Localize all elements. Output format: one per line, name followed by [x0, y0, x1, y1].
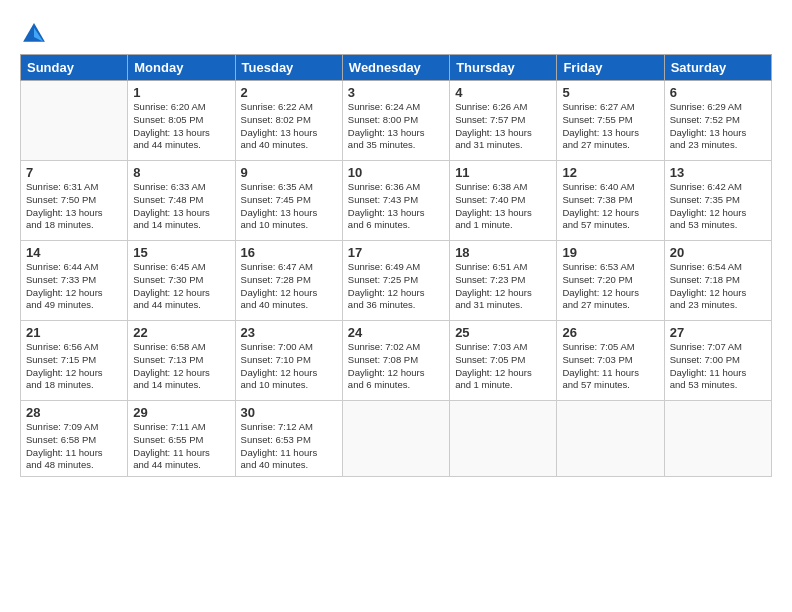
calendar-cell	[450, 401, 557, 477]
calendar-cell: 4Sunrise: 6:26 AM Sunset: 7:57 PM Daylig…	[450, 81, 557, 161]
calendar-cell: 17Sunrise: 6:49 AM Sunset: 7:25 PM Dayli…	[342, 241, 449, 321]
day-info: Sunrise: 6:24 AM Sunset: 8:00 PM Dayligh…	[348, 101, 444, 152]
calendar-cell: 10Sunrise: 6:36 AM Sunset: 7:43 PM Dayli…	[342, 161, 449, 241]
day-info: Sunrise: 6:35 AM Sunset: 7:45 PM Dayligh…	[241, 181, 337, 232]
day-info: Sunrise: 6:22 AM Sunset: 8:02 PM Dayligh…	[241, 101, 337, 152]
calendar-cell: 12Sunrise: 6:40 AM Sunset: 7:38 PM Dayli…	[557, 161, 664, 241]
day-info: Sunrise: 7:00 AM Sunset: 7:10 PM Dayligh…	[241, 341, 337, 392]
calendar-day-header: Sunday	[21, 55, 128, 81]
day-info: Sunrise: 6:54 AM Sunset: 7:18 PM Dayligh…	[670, 261, 766, 312]
calendar-cell: 27Sunrise: 7:07 AM Sunset: 7:00 PM Dayli…	[664, 321, 771, 401]
calendar-cell: 23Sunrise: 7:00 AM Sunset: 7:10 PM Dayli…	[235, 321, 342, 401]
logo-icon	[20, 20, 48, 48]
day-number: 27	[670, 325, 766, 340]
day-number: 15	[133, 245, 229, 260]
header	[20, 16, 772, 48]
day-info: Sunrise: 7:02 AM Sunset: 7:08 PM Dayligh…	[348, 341, 444, 392]
day-info: Sunrise: 7:12 AM Sunset: 6:53 PM Dayligh…	[241, 421, 337, 472]
day-number: 9	[241, 165, 337, 180]
calendar-cell: 14Sunrise: 6:44 AM Sunset: 7:33 PM Dayli…	[21, 241, 128, 321]
day-info: Sunrise: 6:29 AM Sunset: 7:52 PM Dayligh…	[670, 101, 766, 152]
calendar-cell: 20Sunrise: 6:54 AM Sunset: 7:18 PM Dayli…	[664, 241, 771, 321]
calendar-cell: 24Sunrise: 7:02 AM Sunset: 7:08 PM Dayli…	[342, 321, 449, 401]
calendar-day-header: Saturday	[664, 55, 771, 81]
day-number: 3	[348, 85, 444, 100]
calendar-cell: 1Sunrise: 6:20 AM Sunset: 8:05 PM Daylig…	[128, 81, 235, 161]
day-info: Sunrise: 6:31 AM Sunset: 7:50 PM Dayligh…	[26, 181, 122, 232]
calendar-cell: 25Sunrise: 7:03 AM Sunset: 7:05 PM Dayli…	[450, 321, 557, 401]
calendar-cell: 22Sunrise: 6:58 AM Sunset: 7:13 PM Dayli…	[128, 321, 235, 401]
calendar-cell: 7Sunrise: 6:31 AM Sunset: 7:50 PM Daylig…	[21, 161, 128, 241]
calendar-week-row: 14Sunrise: 6:44 AM Sunset: 7:33 PM Dayli…	[21, 241, 772, 321]
day-info: Sunrise: 6:27 AM Sunset: 7:55 PM Dayligh…	[562, 101, 658, 152]
calendar-day-header: Wednesday	[342, 55, 449, 81]
day-info: Sunrise: 6:56 AM Sunset: 7:15 PM Dayligh…	[26, 341, 122, 392]
day-info: Sunrise: 6:20 AM Sunset: 8:05 PM Dayligh…	[133, 101, 229, 152]
calendar-week-row: 1Sunrise: 6:20 AM Sunset: 8:05 PM Daylig…	[21, 81, 772, 161]
day-number: 11	[455, 165, 551, 180]
page: SundayMondayTuesdayWednesdayThursdayFrid…	[0, 0, 792, 612]
day-number: 17	[348, 245, 444, 260]
day-number: 26	[562, 325, 658, 340]
calendar-cell: 28Sunrise: 7:09 AM Sunset: 6:58 PM Dayli…	[21, 401, 128, 477]
calendar-cell: 30Sunrise: 7:12 AM Sunset: 6:53 PM Dayli…	[235, 401, 342, 477]
day-info: Sunrise: 6:58 AM Sunset: 7:13 PM Dayligh…	[133, 341, 229, 392]
calendar-cell	[342, 401, 449, 477]
calendar-cell: 13Sunrise: 6:42 AM Sunset: 7:35 PM Dayli…	[664, 161, 771, 241]
day-info: Sunrise: 6:44 AM Sunset: 7:33 PM Dayligh…	[26, 261, 122, 312]
day-number: 10	[348, 165, 444, 180]
calendar-cell: 11Sunrise: 6:38 AM Sunset: 7:40 PM Dayli…	[450, 161, 557, 241]
day-info: Sunrise: 6:47 AM Sunset: 7:28 PM Dayligh…	[241, 261, 337, 312]
day-info: Sunrise: 7:07 AM Sunset: 7:00 PM Dayligh…	[670, 341, 766, 392]
day-info: Sunrise: 7:11 AM Sunset: 6:55 PM Dayligh…	[133, 421, 229, 472]
day-number: 4	[455, 85, 551, 100]
day-info: Sunrise: 7:09 AM Sunset: 6:58 PM Dayligh…	[26, 421, 122, 472]
calendar-cell: 8Sunrise: 6:33 AM Sunset: 7:48 PM Daylig…	[128, 161, 235, 241]
logo	[20, 20, 50, 48]
calendar-day-header: Thursday	[450, 55, 557, 81]
day-number: 21	[26, 325, 122, 340]
day-number: 25	[455, 325, 551, 340]
day-number: 1	[133, 85, 229, 100]
calendar-day-header: Tuesday	[235, 55, 342, 81]
day-info: Sunrise: 6:49 AM Sunset: 7:25 PM Dayligh…	[348, 261, 444, 312]
calendar-cell: 15Sunrise: 6:45 AM Sunset: 7:30 PM Dayli…	[128, 241, 235, 321]
day-info: Sunrise: 7:05 AM Sunset: 7:03 PM Dayligh…	[562, 341, 658, 392]
calendar-table: SundayMondayTuesdayWednesdayThursdayFrid…	[20, 54, 772, 477]
calendar-day-header: Friday	[557, 55, 664, 81]
day-number: 18	[455, 245, 551, 260]
day-info: Sunrise: 6:33 AM Sunset: 7:48 PM Dayligh…	[133, 181, 229, 232]
calendar-cell	[557, 401, 664, 477]
calendar-cell	[664, 401, 771, 477]
day-number: 14	[26, 245, 122, 260]
day-info: Sunrise: 6:42 AM Sunset: 7:35 PM Dayligh…	[670, 181, 766, 232]
day-number: 16	[241, 245, 337, 260]
day-number: 24	[348, 325, 444, 340]
day-number: 28	[26, 405, 122, 420]
calendar-week-row: 28Sunrise: 7:09 AM Sunset: 6:58 PM Dayli…	[21, 401, 772, 477]
day-info: Sunrise: 6:53 AM Sunset: 7:20 PM Dayligh…	[562, 261, 658, 312]
calendar-cell: 5Sunrise: 6:27 AM Sunset: 7:55 PM Daylig…	[557, 81, 664, 161]
day-number: 6	[670, 85, 766, 100]
day-number: 22	[133, 325, 229, 340]
calendar-cell: 19Sunrise: 6:53 AM Sunset: 7:20 PM Dayli…	[557, 241, 664, 321]
calendar-day-header: Monday	[128, 55, 235, 81]
calendar-header-row: SundayMondayTuesdayWednesdayThursdayFrid…	[21, 55, 772, 81]
day-number: 5	[562, 85, 658, 100]
calendar-cell: 18Sunrise: 6:51 AM Sunset: 7:23 PM Dayli…	[450, 241, 557, 321]
calendar-cell: 26Sunrise: 7:05 AM Sunset: 7:03 PM Dayli…	[557, 321, 664, 401]
calendar-cell: 16Sunrise: 6:47 AM Sunset: 7:28 PM Dayli…	[235, 241, 342, 321]
calendar-cell: 3Sunrise: 6:24 AM Sunset: 8:00 PM Daylig…	[342, 81, 449, 161]
day-number: 23	[241, 325, 337, 340]
day-info: Sunrise: 6:51 AM Sunset: 7:23 PM Dayligh…	[455, 261, 551, 312]
day-number: 20	[670, 245, 766, 260]
calendar-cell: 9Sunrise: 6:35 AM Sunset: 7:45 PM Daylig…	[235, 161, 342, 241]
day-info: Sunrise: 6:36 AM Sunset: 7:43 PM Dayligh…	[348, 181, 444, 232]
day-info: Sunrise: 7:03 AM Sunset: 7:05 PM Dayligh…	[455, 341, 551, 392]
day-number: 30	[241, 405, 337, 420]
calendar-week-row: 21Sunrise: 6:56 AM Sunset: 7:15 PM Dayli…	[21, 321, 772, 401]
calendar-cell: 29Sunrise: 7:11 AM Sunset: 6:55 PM Dayli…	[128, 401, 235, 477]
day-info: Sunrise: 6:45 AM Sunset: 7:30 PM Dayligh…	[133, 261, 229, 312]
day-number: 2	[241, 85, 337, 100]
calendar-cell: 6Sunrise: 6:29 AM Sunset: 7:52 PM Daylig…	[664, 81, 771, 161]
